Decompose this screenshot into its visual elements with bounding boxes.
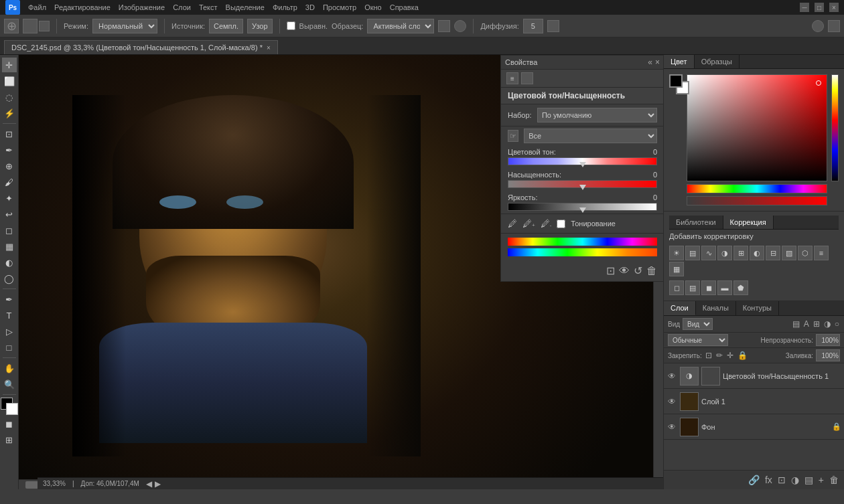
lock-move-btn[interactable]: ✛ — [726, 350, 734, 361]
fg-color-swatch[interactable] — [669, 74, 683, 88]
layer-effect-button[interactable]: fx — [764, 473, 774, 487]
menu-image[interactable]: Изображение — [119, 3, 165, 11]
pen-tool[interactable]: ✒ — [2, 292, 17, 307]
eye-button[interactable]: 👁 — [619, 265, 630, 277]
kind-toggle[interactable]: ○ — [834, 319, 840, 329]
menu-select[interactable]: Выделение — [226, 3, 265, 11]
delete-button[interactable]: 🗑 — [646, 265, 657, 277]
collapse-panel-button[interactable]: « — [648, 58, 652, 67]
path-select-tool[interactable]: ▷ — [2, 324, 17, 339]
clone-stamp-tool[interactable]: ✦ — [2, 191, 17, 205]
hue-track[interactable] — [508, 157, 657, 165]
brightness-icon[interactable]: ☀ — [669, 246, 684, 260]
type-tool[interactable]: T — [2, 308, 17, 323]
kind-select[interactable]: Вид — [683, 318, 713, 330]
menu-layers[interactable]: Слои — [173, 3, 191, 11]
channel-select[interactable]: Все — [524, 129, 657, 143]
eraser-tool[interactable]: ◻ — [2, 223, 17, 238]
layer-eye-1[interactable]: 👁 — [666, 397, 677, 406]
hue-handle[interactable] — [579, 162, 586, 167]
bw-icon[interactable]: ▧ — [782, 246, 796, 260]
nav-right[interactable]: ▶ — [155, 479, 161, 489]
light-track[interactable] — [508, 203, 657, 211]
maximize-button[interactable]: □ — [815, 3, 824, 12]
brush-size-icon[interactable] — [23, 19, 38, 33]
photo-filter-icon[interactable]: ⬡ — [798, 246, 813, 260]
lock-all-btn[interactable]: 🔒 — [737, 350, 748, 361]
eyedrop-all-button[interactable]: 🖉 — [508, 218, 517, 229]
zoom-tool[interactable]: 🔍 — [2, 377, 17, 392]
opacity-input[interactable] — [816, 334, 840, 346]
eyedropper-tool[interactable]: ✒ — [2, 143, 17, 157]
layer-eye-bg[interactable]: 👁 — [666, 422, 677, 432]
channel-icon[interactable]: ☞ — [508, 130, 518, 142]
sample-select[interactable]: Активный слой — [367, 19, 434, 33]
move-tool[interactable]: ✛ — [2, 58, 17, 72]
kind-icon-2[interactable]: A — [803, 319, 810, 329]
channels-tab[interactable]: Каналы — [696, 301, 736, 315]
kind-icon-3[interactable]: ⊞ — [813, 319, 821, 329]
reset-button[interactable]: ↺ — [634, 264, 642, 277]
curves-icon[interactable]: ∿ — [701, 246, 716, 260]
layer-mask-button[interactable]: ⊡ — [776, 473, 787, 487]
close-panel-button[interactable]: × — [655, 58, 660, 67]
tab-close-button[interactable]: × — [267, 44, 271, 52]
aligned-checkbox[interactable] — [287, 21, 295, 30]
channel-mix-icon[interactable]: ≡ — [814, 246, 829, 260]
blur-tool[interactable]: ◐ — [2, 255, 17, 270]
eyedrop-add-button[interactable]: 🖉+ — [522, 218, 535, 229]
menu-edit[interactable]: Редактирование — [54, 3, 111, 11]
nabor-select[interactable]: По умолчанию — [537, 108, 657, 122]
menu-window[interactable]: Окно — [364, 3, 382, 11]
layer-row-huesat[interactable]: 👁 ◑ Цветовой тон/Насыщенность 1 — [664, 363, 844, 389]
brush-type-icon[interactable] — [39, 21, 50, 31]
close-button[interactable]: × — [829, 3, 839, 12]
levels-icon[interactable]: ▤ — [685, 246, 700, 260]
rect-select-tool[interactable]: ⬜ — [2, 74, 17, 88]
magic-wand-tool[interactable]: ⚡ — [2, 106, 17, 120]
lock-draw-btn[interactable]: ✏ — [715, 350, 723, 361]
diffusion-slider-icon[interactable] — [547, 20, 559, 32]
layer-eye-huesat[interactable]: 👁 — [666, 371, 677, 381]
layer-adj-button[interactable]: ◑ — [790, 473, 800, 487]
background-color[interactable] — [6, 403, 18, 415]
paths-tab[interactable]: Контуры — [736, 301, 779, 315]
color-lookup-icon[interactable]: ▦ — [669, 262, 684, 276]
toning-checkbox[interactable] — [557, 220, 565, 228]
history-brush-tool[interactable]: ↩ — [2, 207, 17, 222]
screen-mode[interactable]: ⊞ — [2, 432, 17, 447]
color-tab[interactable]: Цвет — [664, 55, 695, 68]
layer-link-button[interactable]: 🔗 — [747, 473, 761, 487]
layer-delete-button[interactable]: 🗑 — [828, 473, 840, 487]
layer-row-bg[interactable]: 👁 Фон 🔒 — [664, 414, 844, 440]
layer-row-1[interactable]: 👁 Слой 1 — [664, 389, 844, 414]
shape-tool[interactable]: □ — [2, 340, 17, 355]
nav-left[interactable]: ◀ — [146, 479, 152, 489]
quick-mask-tool[interactable]: ◼ — [2, 416, 17, 431]
exposure-icon[interactable]: ◑ — [717, 246, 732, 260]
crop-tool[interactable]: ⊡ — [2, 127, 17, 141]
lock-position-btn[interactable]: ⊡ — [705, 350, 713, 361]
color-gradient[interactable] — [687, 74, 827, 181]
sat-track[interactable] — [508, 180, 657, 188]
minimize-button[interactable]: ─ — [800, 3, 809, 12]
selective-color-icon[interactable]: ⬟ — [733, 280, 748, 295]
panel-icon-1[interactable]: ≡ — [506, 72, 518, 84]
sample-button[interactable]: Семпл. — [209, 19, 243, 33]
mode-select[interactable]: Нормальный — [92, 19, 157, 33]
diffusion-input[interactable] — [523, 19, 543, 33]
gradient-tool[interactable]: ▦ — [2, 239, 17, 254]
threshold-icon[interactable]: ◼ — [701, 280, 716, 295]
brush-tool[interactable]: 🖌 — [2, 175, 17, 189]
spot-heal-tool[interactable]: ⊕ — [2, 159, 17, 173]
search-icon[interactable] — [812, 20, 824, 32]
clip-button[interactable]: ⊡ — [606, 264, 615, 277]
alpha-bar[interactable] — [687, 196, 827, 205]
layers-tab[interactable]: Слои — [664, 301, 696, 315]
dodge-tool[interactable]: ◯ — [2, 271, 17, 286]
menu-help[interactable]: Справка — [390, 3, 419, 11]
hand-tool[interactable]: ✋ — [2, 361, 17, 375]
hue-bar[interactable] — [687, 184, 827, 193]
pressure-icon[interactable] — [454, 20, 466, 32]
menu-file[interactable]: Файл — [28, 3, 46, 11]
